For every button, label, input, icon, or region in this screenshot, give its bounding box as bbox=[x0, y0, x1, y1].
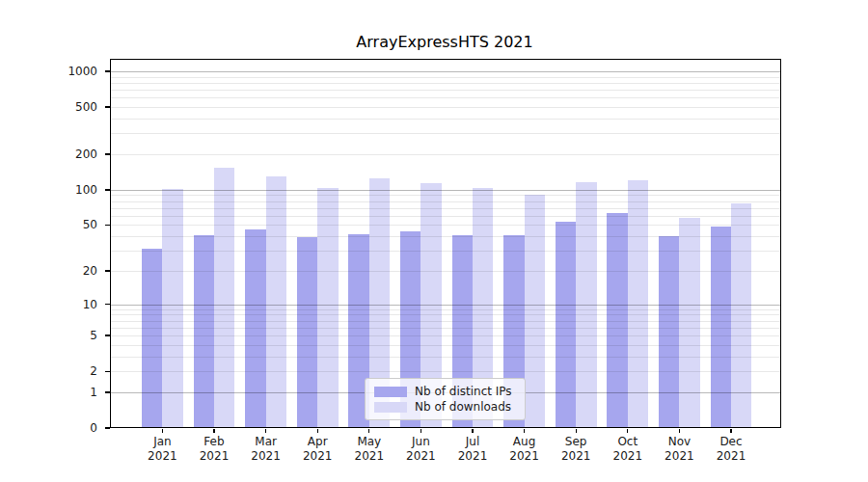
x-tick-mark-mar-2021 bbox=[265, 429, 266, 434]
legend-label-distinct-ips: Nb of distinct IPs bbox=[415, 385, 512, 398]
y-tick-label-2: 2 bbox=[90, 365, 97, 377]
x-tick-label-aug-2021: Aug 2021 bbox=[509, 435, 539, 464]
bar-downloads-aug-2021 bbox=[525, 195, 545, 428]
bar-ips-mar-2021 bbox=[245, 229, 265, 428]
y-tick-mark-100 bbox=[105, 189, 110, 190]
x-tick-mark-sep-2021 bbox=[576, 429, 577, 434]
bar-downloads-oct-2021 bbox=[628, 180, 648, 428]
legend-item-downloads: Nb of downloads bbox=[374, 399, 517, 415]
x-tick-mark-jan-2021 bbox=[162, 429, 163, 434]
y-tick-mark-0 bbox=[105, 427, 110, 428]
y-tick-label-200: 200 bbox=[75, 148, 97, 160]
bar-downloads-nov-2021 bbox=[679, 218, 699, 428]
bar-downloads-feb-2021 bbox=[214, 168, 234, 428]
chart-title: ArrayExpressHTS 2021 bbox=[109, 33, 780, 51]
x-tick-label-mar-2021: Mar 2021 bbox=[251, 435, 281, 464]
x-tick-label-oct-2021: Oct 2021 bbox=[613, 435, 643, 464]
bar-ips-apr-2021 bbox=[297, 237, 317, 428]
x-tick-mark-aug-2021 bbox=[524, 429, 525, 434]
x-tick-mark-oct-2021 bbox=[627, 429, 628, 434]
x-tick-label-jun-2021: Jun 2021 bbox=[406, 435, 436, 464]
figure: ArrayExpressHTS 2021 Nb of distinct IPs … bbox=[0, 0, 868, 482]
y-tick-mark-50 bbox=[105, 225, 110, 226]
y-tick-label-100: 100 bbox=[75, 184, 97, 196]
x-tick-label-jan-2021: Jan 2021 bbox=[148, 435, 177, 464]
bar-ips-sep-2021 bbox=[556, 222, 576, 428]
legend-label-downloads: Nb of downloads bbox=[415, 400, 511, 414]
y-tick-label-500: 500 bbox=[75, 101, 97, 113]
bar-downloads-apr-2021 bbox=[317, 188, 338, 428]
bar-ips-dec-2021 bbox=[711, 227, 731, 428]
bar-downloads-dec-2021 bbox=[731, 203, 751, 428]
y-tick-label-20: 20 bbox=[83, 265, 97, 277]
y-tick-mark-5 bbox=[105, 335, 110, 335]
y-tick-mark-10 bbox=[105, 304, 110, 305]
bar-downloads-sep-2021 bbox=[576, 182, 596, 428]
bar-ips-nov-2021 bbox=[659, 236, 679, 428]
plot-area bbox=[110, 59, 781, 428]
y-tick-label-10: 10 bbox=[83, 299, 97, 310]
x-tick-mark-apr-2021 bbox=[317, 429, 318, 434]
x-tick-mark-jun-2021 bbox=[420, 429, 421, 434]
bar-downloads-jan-2021 bbox=[162, 189, 182, 428]
y-tick-mark-20 bbox=[105, 270, 110, 271]
x-tick-label-may-2021: May 2021 bbox=[355, 435, 385, 464]
x-tick-mark-may-2021 bbox=[368, 429, 369, 434]
y-tick-label-1: 1 bbox=[90, 387, 97, 398]
x-tick-mark-nov-2021 bbox=[679, 429, 680, 434]
legend-swatch-distinct-ips bbox=[374, 387, 407, 397]
x-tick-mark-jul-2021 bbox=[472, 429, 473, 434]
legend-item-distinct-ips: Nb of distinct IPs bbox=[374, 384, 517, 399]
y-tick-label-50: 50 bbox=[83, 219, 97, 230]
y-tick-label-0: 0 bbox=[90, 422, 97, 434]
x-tick-label-nov-2021: Nov 2021 bbox=[665, 435, 694, 464]
bars-layer bbox=[110, 59, 781, 428]
x-tick-label-sep-2021: Sep 2021 bbox=[561, 435, 591, 464]
y-tick-label-1000: 1000 bbox=[68, 66, 97, 77]
y-tick-label-5: 5 bbox=[90, 330, 97, 341]
x-tick-label-dec-2021: Dec 2021 bbox=[717, 435, 746, 464]
bar-ips-jan-2021 bbox=[142, 249, 162, 428]
legend-swatch-downloads bbox=[374, 402, 407, 413]
y-tick-mark-200 bbox=[105, 153, 110, 154]
x-tick-label-apr-2021: Apr 2021 bbox=[303, 435, 333, 464]
y-tick-mark-1000 bbox=[105, 70, 110, 71]
y-tick-mark-500 bbox=[105, 106, 110, 107]
y-tick-mark-2 bbox=[105, 371, 110, 372]
y-tick-mark-1 bbox=[105, 391, 110, 392]
x-tick-label-jul-2021: Jul 2021 bbox=[458, 435, 488, 464]
bar-downloads-mar-2021 bbox=[266, 176, 286, 428]
x-tick-label-feb-2021: Feb 2021 bbox=[200, 435, 230, 464]
legend: Nb of distinct IPs Nb of downloads bbox=[365, 378, 526, 420]
x-tick-mark-feb-2021 bbox=[213, 429, 214, 434]
x-tick-mark-dec-2021 bbox=[730, 429, 731, 434]
bar-ips-oct-2021 bbox=[607, 213, 627, 428]
bar-ips-feb-2021 bbox=[194, 235, 214, 428]
